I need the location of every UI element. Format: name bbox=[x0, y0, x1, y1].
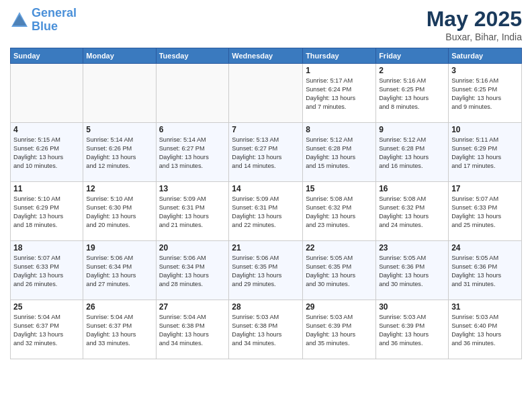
day-info: Sunrise: 5:17 AMSunset: 6:24 PMDaylight:… bbox=[306, 77, 373, 111]
calendar-cell: 4Sunrise: 5:15 AMSunset: 6:26 PMDaylight… bbox=[11, 123, 83, 182]
day-number: 7 bbox=[232, 125, 300, 134]
day-number: 15 bbox=[306, 184, 373, 193]
day-number: 9 bbox=[379, 125, 445, 134]
location-subtitle: Buxar, Bihar, India bbox=[427, 32, 522, 42]
weekday-header-monday: Monday bbox=[83, 48, 156, 64]
day-number: 5 bbox=[86, 125, 152, 134]
day-number: 1 bbox=[306, 66, 373, 75]
calendar-cell: 23Sunrise: 5:05 AMSunset: 6:36 PMDayligh… bbox=[376, 241, 449, 300]
calendar-cell: 10Sunrise: 5:11 AMSunset: 6:29 PMDayligh… bbox=[449, 123, 522, 182]
calendar-cell: 16Sunrise: 5:08 AMSunset: 6:32 PMDayligh… bbox=[376, 182, 449, 241]
day-number: 26 bbox=[86, 302, 152, 312]
day-info: Sunrise: 5:09 AMSunset: 6:31 PMDaylight:… bbox=[232, 195, 300, 230]
calendar-cell: 25Sunrise: 5:04 AMSunset: 6:37 PMDayligh… bbox=[11, 300, 83, 359]
day-info: Sunrise: 5:10 AMSunset: 6:29 PMDaylight:… bbox=[13, 195, 80, 230]
svg-marker-1 bbox=[13, 15, 26, 26]
weekday-header-wednesday: Wednesday bbox=[229, 48, 303, 64]
calendar-cell: 7Sunrise: 5:13 AMSunset: 6:27 PMDaylight… bbox=[229, 123, 303, 182]
page: General Blue May 2025 Buxar, Bihar, Indi… bbox=[0, 0, 532, 411]
day-number: 3 bbox=[451, 66, 519, 75]
day-info: Sunrise: 5:12 AMSunset: 6:28 PMDaylight:… bbox=[379, 136, 445, 171]
day-info: Sunrise: 5:06 AMSunset: 6:35 PMDaylight:… bbox=[232, 254, 300, 289]
day-info: Sunrise: 5:04 AMSunset: 6:37 PMDaylight:… bbox=[13, 313, 80, 348]
week-row-2: 4Sunrise: 5:15 AMSunset: 6:26 PMDaylight… bbox=[11, 123, 522, 182]
calendar-cell: 28Sunrise: 5:03 AMSunset: 6:38 PMDayligh… bbox=[229, 300, 303, 359]
day-number: 28 bbox=[232, 302, 300, 312]
calendar-cell: 26Sunrise: 5:04 AMSunset: 6:37 PMDayligh… bbox=[83, 300, 156, 359]
day-info: Sunrise: 5:06 AMSunset: 6:34 PMDaylight:… bbox=[86, 254, 152, 289]
day-number: 13 bbox=[159, 184, 226, 193]
day-number: 27 bbox=[159, 302, 226, 312]
calendar-cell bbox=[229, 64, 303, 123]
week-row-5: 25Sunrise: 5:04 AMSunset: 6:37 PMDayligh… bbox=[11, 300, 522, 359]
calendar-cell: 21Sunrise: 5:06 AMSunset: 6:35 PMDayligh… bbox=[229, 241, 303, 300]
day-number: 11 bbox=[13, 184, 80, 193]
weekday-header-row: SundayMondayTuesdayWednesdayThursdayFrid… bbox=[11, 48, 522, 64]
calendar-cell bbox=[11, 64, 83, 123]
weekday-header-sunday: Sunday bbox=[11, 48, 83, 64]
weekday-header-saturday: Saturday bbox=[449, 48, 522, 64]
day-number: 17 bbox=[451, 184, 519, 193]
day-info: Sunrise: 5:08 AMSunset: 6:32 PMDaylight:… bbox=[379, 195, 445, 230]
day-number: 25 bbox=[13, 302, 80, 312]
day-info: Sunrise: 5:03 AMSunset: 6:39 PMDaylight:… bbox=[306, 313, 373, 348]
calendar-cell: 5Sunrise: 5:14 AMSunset: 6:26 PMDaylight… bbox=[83, 123, 156, 182]
day-info: Sunrise: 5:09 AMSunset: 6:31 PMDaylight:… bbox=[159, 195, 226, 230]
day-number: 19 bbox=[86, 243, 152, 253]
day-number: 8 bbox=[306, 125, 373, 134]
calendar-cell: 14Sunrise: 5:09 AMSunset: 6:31 PMDayligh… bbox=[229, 182, 303, 241]
day-info: Sunrise: 5:16 AMSunset: 6:25 PMDaylight:… bbox=[379, 77, 445, 111]
day-info: Sunrise: 5:10 AMSunset: 6:30 PMDaylight:… bbox=[86, 195, 152, 230]
day-info: Sunrise: 5:05 AMSunset: 6:35 PMDaylight:… bbox=[306, 254, 373, 289]
calendar-cell: 13Sunrise: 5:09 AMSunset: 6:31 PMDayligh… bbox=[156, 182, 229, 241]
logo: General Blue bbox=[10, 7, 77, 34]
day-info: Sunrise: 5:04 AMSunset: 6:37 PMDaylight:… bbox=[86, 313, 152, 348]
calendar-cell: 17Sunrise: 5:07 AMSunset: 6:33 PMDayligh… bbox=[449, 182, 522, 241]
calendar-cell: 24Sunrise: 5:05 AMSunset: 6:36 PMDayligh… bbox=[449, 241, 522, 300]
calendar-cell: 20Sunrise: 5:06 AMSunset: 6:34 PMDayligh… bbox=[156, 241, 229, 300]
day-info: Sunrise: 5:07 AMSunset: 6:33 PMDaylight:… bbox=[451, 195, 519, 230]
calendar-cell: 12Sunrise: 5:10 AMSunset: 6:30 PMDayligh… bbox=[83, 182, 156, 241]
calendar-cell: 6Sunrise: 5:14 AMSunset: 6:27 PMDaylight… bbox=[156, 123, 229, 182]
calendar-cell: 1Sunrise: 5:17 AMSunset: 6:24 PMDaylight… bbox=[303, 64, 376, 123]
calendar-cell: 29Sunrise: 5:03 AMSunset: 6:39 PMDayligh… bbox=[303, 300, 376, 359]
day-number: 20 bbox=[159, 243, 226, 253]
calendar-cell: 11Sunrise: 5:10 AMSunset: 6:29 PMDayligh… bbox=[11, 182, 83, 241]
day-info: Sunrise: 5:15 AMSunset: 6:26 PMDaylight:… bbox=[13, 136, 80, 171]
calendar-cell: 27Sunrise: 5:04 AMSunset: 6:38 PMDayligh… bbox=[156, 300, 229, 359]
day-info: Sunrise: 5:11 AMSunset: 6:29 PMDaylight:… bbox=[451, 136, 519, 171]
week-row-4: 18Sunrise: 5:07 AMSunset: 6:33 PMDayligh… bbox=[11, 241, 522, 300]
week-row-3: 11Sunrise: 5:10 AMSunset: 6:29 PMDayligh… bbox=[11, 182, 522, 241]
calendar-cell: 2Sunrise: 5:16 AMSunset: 6:25 PMDaylight… bbox=[376, 64, 449, 123]
logo-icon bbox=[10, 11, 29, 30]
day-info: Sunrise: 5:03 AMSunset: 6:39 PMDaylight:… bbox=[379, 313, 445, 348]
weekday-header-friday: Friday bbox=[376, 48, 449, 64]
day-info: Sunrise: 5:16 AMSunset: 6:25 PMDaylight:… bbox=[451, 77, 519, 111]
day-info: Sunrise: 5:06 AMSunset: 6:34 PMDaylight:… bbox=[159, 254, 226, 289]
month-title: May 2025 bbox=[427, 7, 522, 32]
header: General Blue May 2025 Buxar, Bihar, Indi… bbox=[10, 7, 522, 42]
day-number: 31 bbox=[451, 302, 519, 312]
day-info: Sunrise: 5:03 AMSunset: 6:40 PMDaylight:… bbox=[451, 313, 519, 348]
day-number: 24 bbox=[451, 243, 519, 253]
calendar-cell: 15Sunrise: 5:08 AMSunset: 6:32 PMDayligh… bbox=[303, 182, 376, 241]
day-info: Sunrise: 5:05 AMSunset: 6:36 PMDaylight:… bbox=[379, 254, 445, 289]
calendar-cell: 19Sunrise: 5:06 AMSunset: 6:34 PMDayligh… bbox=[83, 241, 156, 300]
day-info: Sunrise: 5:05 AMSunset: 6:36 PMDaylight:… bbox=[451, 254, 519, 289]
calendar-table: SundayMondayTuesdayWednesdayThursdayFrid… bbox=[10, 48, 522, 359]
day-info: Sunrise: 5:03 AMSunset: 6:38 PMDaylight:… bbox=[232, 313, 300, 348]
day-info: Sunrise: 5:07 AMSunset: 6:33 PMDaylight:… bbox=[13, 254, 80, 289]
day-info: Sunrise: 5:12 AMSunset: 6:28 PMDaylight:… bbox=[306, 136, 373, 171]
calendar-cell: 8Sunrise: 5:12 AMSunset: 6:28 PMDaylight… bbox=[303, 123, 376, 182]
calendar-cell: 18Sunrise: 5:07 AMSunset: 6:33 PMDayligh… bbox=[11, 241, 83, 300]
day-number: 29 bbox=[306, 302, 373, 312]
day-number: 16 bbox=[379, 184, 445, 193]
calendar-cell bbox=[83, 64, 156, 123]
logo-text2: Blue bbox=[32, 20, 77, 34]
day-info: Sunrise: 5:14 AMSunset: 6:26 PMDaylight:… bbox=[86, 136, 152, 171]
calendar-cell: 9Sunrise: 5:12 AMSunset: 6:28 PMDaylight… bbox=[376, 123, 449, 182]
title-block: May 2025 Buxar, Bihar, India bbox=[427, 7, 522, 42]
day-info: Sunrise: 5:13 AMSunset: 6:27 PMDaylight:… bbox=[232, 136, 300, 171]
calendar-cell: 3Sunrise: 5:16 AMSunset: 6:25 PMDaylight… bbox=[449, 64, 522, 123]
day-info: Sunrise: 5:04 AMSunset: 6:38 PMDaylight:… bbox=[159, 313, 226, 348]
